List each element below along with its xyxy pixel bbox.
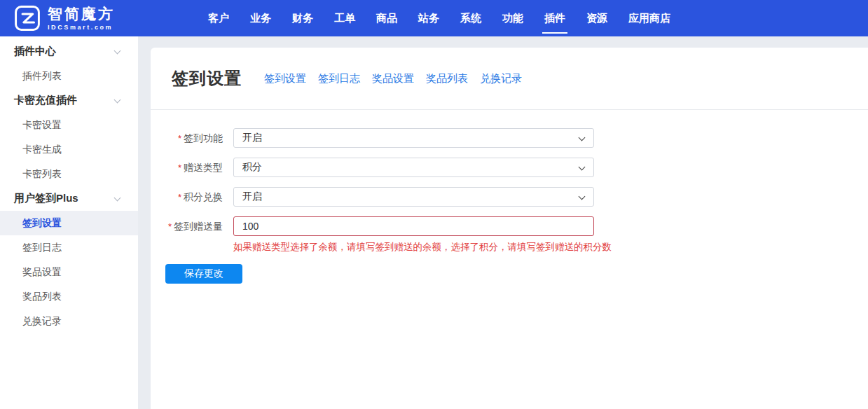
field-label-text: 签到赠送量 [174,221,223,232]
field-label-text: 签到功能 [184,132,223,144]
checkin-amount-input[interactable] [233,216,594,236]
nav-item-customers[interactable]: 客户 [198,0,240,36]
main-nav: 客户 业务 财务 工单 商品 站务 系统 功能 插件 资源 应用商店 [198,0,681,36]
sidebar-group-plugin-center[interactable]: 插件中心 [0,39,138,64]
required-marker: * [178,162,181,173]
save-button[interactable]: 保存更改 [165,264,242,284]
nav-item-system[interactable]: 系统 [450,0,492,36]
sidebar-item-checkin-logs[interactable]: 签到日志 [0,235,138,260]
brand-domain: IDCSmart.com [48,24,115,31]
brand-text: 智简魔方 IDCSmart.com [48,6,115,30]
content-header: 签到设置 签到设置 签到日志 奖品设置 奖品列表 兑换记录 [151,48,868,109]
chevron-down-icon [579,193,586,200]
nav-item-resources[interactable]: 资源 [576,0,618,36]
header-tabs: 签到设置 签到日志 奖品设置 奖品列表 兑换记录 [264,72,522,85]
sidebar-item-checkin-settings[interactable]: 签到设置 [0,211,138,235]
select-value: 积分 [242,161,262,174]
gift-type-label: *赠送类型 [151,158,223,178]
points-exchange-label: *积分兑换 [151,187,223,207]
sidebar-group-user-checkin-plus[interactable]: 用户签到Plus [0,186,138,211]
sidebar-item-prize-list[interactable]: 奖品列表 [0,284,138,309]
sidebar-item-card-generate[interactable]: 卡密生成 [0,137,138,162]
required-marker: * [168,221,172,232]
form-row: *签到赠送量 [151,216,868,237]
sidebar-item-redeem-records[interactable]: 兑换记录 [0,309,138,333]
content-background: 签到设置 签到设置 签到日志 奖品设置 奖品列表 兑换记录 *签到功能 [138,36,868,409]
sidebar-group-card-recharge[interactable]: 卡密充值插件 [0,88,138,113]
form-row: *赠送类型 积分 [151,158,868,178]
tab-checkin-settings[interactable]: 签到设置 [264,72,306,85]
checkin-amount-help-text: 如果赠送类型选择了余额，请填写签到赠送的余额，选择了积分，请填写签到赠送的积分数 [233,241,868,254]
required-marker: * [178,133,181,144]
sidebar-item-card-list[interactable]: 卡密列表 [0,162,138,186]
form-row: *积分兑换 开启 [151,187,868,207]
brand-logo[interactable]: 智简魔方 IDCSmart.com [14,5,115,32]
chevron-down-icon [579,164,586,171]
sidebar-item-card-settings[interactable]: 卡密设置 [0,113,138,137]
chevron-down-icon [114,97,121,104]
nav-item-plugins[interactable]: 插件 [534,0,576,36]
tab-prize-settings[interactable]: 奖品设置 [372,72,414,85]
sidebar-group-label: 插件中心 [14,45,56,58]
sidebar-group-label: 卡密充值插件 [14,94,77,107]
nav-item-products[interactable]: 商品 [366,0,408,36]
nav-item-features[interactable]: 功能 [492,0,534,36]
logo-icon [14,5,41,32]
select-value: 开启 [242,132,262,144]
sidebar-item-plugin-list[interactable]: 插件列表 [0,64,138,88]
brand-name: 智简魔方 [48,6,115,22]
tab-prize-list[interactable]: 奖品列表 [426,72,468,85]
sidebar-item-prize-settings[interactable]: 奖品设置 [0,260,138,284]
gift-type-select[interactable]: 积分 [233,158,594,177]
required-marker: * [178,192,181,202]
chevron-down-icon [579,134,586,141]
page-title: 签到设置 [172,67,242,90]
checkin-function-label: *签到功能 [151,128,223,148]
form-row: *签到功能 开启 [151,128,868,148]
select-value: 开启 [242,190,262,203]
checkin-function-select[interactable]: 开启 [233,128,594,148]
top-navbar: 智简魔方 IDCSmart.com 客户 业务 财务 工单 商品 站务 系统 功… [0,0,868,36]
checkin-amount-label: *签到赠送量 [151,216,223,237]
tab-redeem-records[interactable]: 兑换记录 [480,72,522,85]
content-card: 签到设置 签到设置 签到日志 奖品设置 奖品列表 兑换记录 *签到功能 [151,48,868,409]
nav-item-business[interactable]: 业务 [240,0,282,36]
checkin-settings-form: *签到功能 开启 *赠送类型 积分 [151,110,868,284]
nav-item-tickets[interactable]: 工单 [324,0,366,36]
sidebar-group-label: 用户签到Plus [14,192,78,205]
tab-checkin-logs[interactable]: 签到日志 [318,72,360,85]
chevron-down-icon [114,48,121,55]
nav-item-finance[interactable]: 财务 [282,0,324,36]
nav-item-site[interactable]: 站务 [408,0,450,36]
points-exchange-select[interactable]: 开启 [233,187,594,207]
sidebar: 插件中心 插件列表 卡密充值插件 卡密设置 卡密生成 卡密列表 用户签到Plus… [0,36,138,409]
field-label-text: 积分兑换 [184,191,223,202]
field-label-text: 赠送类型 [184,162,223,173]
chevron-down-icon [114,195,121,202]
nav-item-app-store[interactable]: 应用商店 [618,0,681,36]
